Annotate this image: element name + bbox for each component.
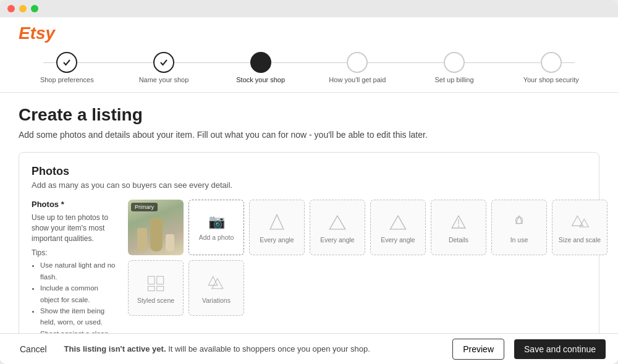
svg-rect-13 (157, 286, 164, 290)
grid-row-1: Primary 📷 Add a photo (128, 200, 607, 255)
photo-slot-angle-2[interactable]: Every angle (310, 200, 365, 255)
main-content: Etsy Shop preferences (0, 17, 618, 333)
slot-label-6: Size and scale (559, 236, 601, 243)
step-label-3: Stock your shop (236, 76, 285, 83)
card-subtitle: Add as many as you can so buyers can see… (32, 180, 586, 190)
maximize-button[interactable] (31, 5, 38, 12)
tip-2: Include a common object for scale. (40, 282, 118, 305)
titlebar (0, 0, 618, 17)
tips-label: Tips: (32, 248, 118, 257)
slot-label-1: Every angle (260, 236, 294, 243)
slot-label-2: Every angle (320, 236, 354, 243)
step-circle-1 (56, 52, 77, 73)
add-photo-label: Add a photo (199, 234, 234, 241)
svg-rect-11 (157, 276, 164, 284)
footer-notice-text: It will be available to shoppers once yo… (166, 344, 370, 353)
page-body: Create a listing Add some photos and det… (0, 93, 618, 333)
page-title: Create a listing (19, 105, 599, 125)
step-circle-3 (250, 52, 271, 73)
photos-layout: Photos * Use up to ten photos to show yo… (32, 200, 586, 333)
grid-row-2: Styled scene Variations (128, 260, 607, 316)
photo-slot-angle-1[interactable]: Every angle (249, 200, 305, 255)
svg-rect-12 (148, 286, 154, 290)
step-circle-2 (153, 52, 174, 73)
close-button[interactable] (7, 5, 15, 12)
photo-slot-size-scale[interactable]: Size and scale (552, 200, 607, 255)
primary-badge: Primary (131, 203, 158, 211)
step-circle-5 (444, 52, 465, 73)
step-stock-shop[interactable]: Stock your shop (212, 52, 309, 83)
step-billing[interactable]: Set up billing (406, 52, 503, 83)
page-subtitle: Add some photos and details about your i… (19, 130, 599, 140)
preview-button[interactable]: Preview (452, 339, 504, 360)
step-name-shop[interactable]: Name your shop (116, 52, 213, 83)
step-how-paid[interactable]: How you'll get paid (309, 52, 406, 83)
photo-slot-angle-3[interactable]: Every angle (370, 200, 426, 255)
photo-slot-styled-scene[interactable]: Styled scene (128, 260, 184, 316)
tip-1: Use natural light and no flash. (40, 260, 118, 282)
svg-point-5 (458, 226, 459, 227)
details-icon (447, 211, 470, 234)
svg-point-6 (516, 217, 523, 224)
variations-icon (205, 272, 227, 294)
step-label-4: How you'll get paid (329, 76, 386, 83)
slot-label-styled: Styled scene (137, 297, 174, 304)
svg-marker-15 (212, 279, 223, 289)
header: Etsy Shop preferences (0, 17, 618, 93)
slot-label-5: In use (510, 236, 528, 243)
svg-marker-2 (390, 216, 405, 229)
step-circle-4 (347, 52, 368, 73)
photos-card: Photos Add as many as you can so buyers … (19, 152, 599, 333)
svg-marker-1 (329, 216, 345, 229)
every-angle-icon-3 (387, 211, 409, 234)
cancel-button[interactable]: Cancel (12, 339, 54, 359)
save-continue-button[interactable]: Save and continue (514, 339, 606, 359)
photos-field-desc: Use up to ten photos to show your item's… (32, 213, 118, 243)
photo-slot-variations[interactable]: Variations (188, 260, 244, 316)
footer-notice-bold: This listing isn't active yet. (64, 344, 166, 353)
add-photo-slot[interactable]: 📷 Add a photo (188, 200, 244, 255)
step-shop-preferences[interactable]: Shop preferences (19, 52, 116, 83)
styled-scene-icon (145, 272, 167, 294)
slot-label-4: Details (449, 236, 468, 243)
footer-bar: Cancel This listing isn't active yet. It… (0, 333, 618, 364)
step-security[interactable]: Your shop security (502, 52, 599, 83)
primary-photo-slot[interactable]: Primary (128, 200, 184, 255)
photo-slot-details[interactable]: Details (431, 200, 486, 255)
step-label-5: Set up billing (435, 76, 474, 83)
step-label-1: Shop preferences (40, 76, 94, 83)
minimize-button[interactable] (19, 5, 27, 12)
card-title: Photos (32, 165, 586, 178)
progress-steps: Shop preferences Name your shop Stock yo… (19, 52, 599, 92)
svg-marker-0 (270, 214, 284, 229)
tip-3: Show the item being held, worn, or used. (40, 305, 118, 328)
photos-grid: Primary 📷 Add a photo (128, 200, 607, 333)
every-angle-icon-2 (326, 211, 349, 234)
photos-field-label: Photos * (32, 200, 118, 209)
slot-label-3: Every angle (381, 236, 415, 243)
tip-4: Shoot against a clean, simple background… (40, 328, 118, 333)
photo-slot-in-use[interactable]: In use (491, 200, 547, 255)
slot-label-variations: Variations (202, 297, 231, 304)
step-label-6: Your shop security (523, 76, 579, 83)
camera-icon: 📷 (208, 214, 225, 230)
etsy-logo: Etsy (19, 23, 599, 43)
tips-list: Use natural light and no flash. Include … (32, 260, 118, 333)
svg-rect-10 (148, 276, 154, 284)
every-angle-icon-1 (266, 211, 288, 234)
step-label-2: Name your shop (139, 76, 189, 83)
step-circle-6 (541, 52, 562, 73)
size-scale-icon (569, 211, 591, 234)
photos-sidebar: Photos * Use up to ten photos to show yo… (32, 200, 118, 333)
footer-notice: This listing isn't active yet. It will b… (64, 344, 443, 353)
in-use-icon (508, 211, 530, 234)
